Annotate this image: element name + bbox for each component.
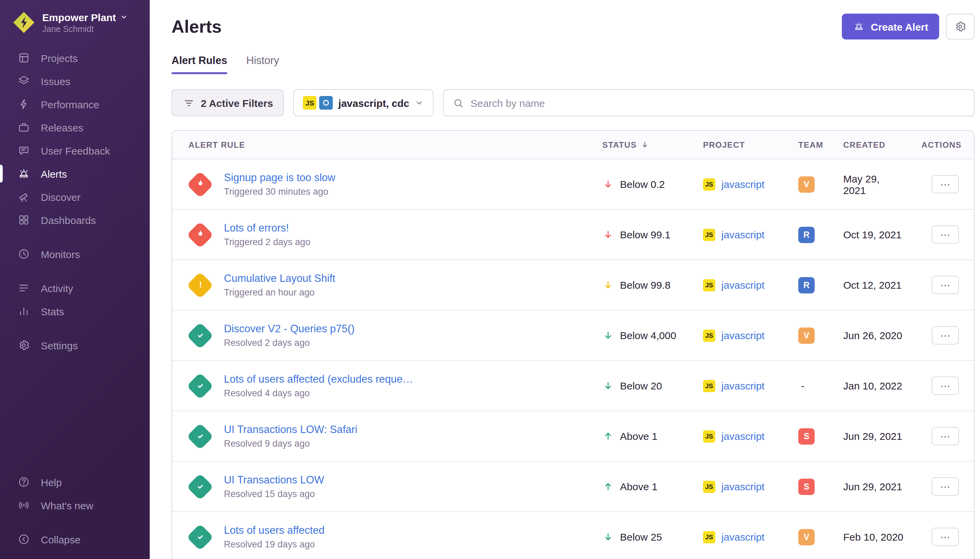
sidebar-item-monitors[interactable]: Monitors [0,242,150,266]
sidebar-item-dashboards[interactable]: Dashboards [0,208,150,232]
arrow-down-icon [602,179,614,190]
project-selector[interactable]: JS javascript, cdc [293,89,434,116]
row-actions-button[interactable]: ⋯ [932,477,959,496]
row-actions-button[interactable]: ⋯ [932,427,959,445]
alert-rule-subtitle: Resolved 15 days ago [224,489,324,499]
column-header-actions[interactable]: Actions [916,140,974,149]
main-content: Alerts Create Alert Alert RulesHistory 2… [150,0,980,559]
sort-descending-icon [640,140,649,149]
column-header-team[interactable]: Team [787,140,832,149]
sidebar-item-discover[interactable]: Discover [0,185,150,208]
settings-button[interactable] [946,13,975,40]
project-link[interactable]: javascript [721,229,765,240]
sidebar-item-stats[interactable]: Stats [0,299,150,323]
org-switcher[interactable]: Empower Plant Jane Schmidt [0,0,150,42]
alert-rule-subtitle: Resolved 19 days ago [224,539,325,549]
sidebar-item-what-s-new[interactable]: What's new [0,494,150,517]
create-alert-label: Create Alert [871,21,928,32]
alert-rule-link[interactable]: Lots of users affected (excludes reque… [224,373,413,385]
alert-rule-link[interactable]: Lots of errors! [224,222,310,234]
row-actions-button[interactable]: ⋯ [932,326,959,344]
sidebar-item-projects[interactable]: Projects [0,46,150,69]
sidebar-item-issues[interactable]: Issues [0,69,150,93]
sidebar-item-activity[interactable]: Activity [0,276,150,299]
alert-rule-link[interactable]: Discover V2 - Queries p75() [224,323,355,335]
javascript-project-icon: JS [703,329,715,341]
project-link[interactable]: javascript [721,179,765,190]
alert-rule-link[interactable]: Signup page is too slow [224,172,335,184]
resolved-check-icon [187,322,213,348]
team-avatar: V [798,327,815,344]
project-link[interactable]: javascript [721,430,765,442]
sidebar-nav: ProjectsIssuesPerformanceReleasesUser Fe… [0,46,150,357]
column-header-label: Actions [921,140,962,149]
tab-alert-rules[interactable]: Alert Rules [172,55,227,74]
alert-rule-link[interactable]: UI Transactions LOW: Safari [224,423,357,436]
performance-icon [18,98,30,110]
resolved-check-icon [187,373,213,399]
tab-history[interactable]: History [246,55,279,74]
search-icon [453,97,464,109]
row-actions-button[interactable]: ⋯ [932,377,959,395]
status-value: Below 4,000 [620,329,676,341]
javascript-project-icon: JS [703,279,715,291]
org-logo-icon [12,11,35,34]
created-date: Jun 26, 2020 [832,329,916,341]
row-actions-button[interactable]: ⋯ [932,175,959,194]
column-header-project[interactable]: Project [692,140,787,149]
sidebar-item-label: Stats [41,305,64,317]
active-filters-button[interactable]: 2 Active Filters [172,89,284,116]
row-actions-button[interactable]: ⋯ [932,528,959,546]
arrow-down-icon [602,279,614,291]
alert-rule-link[interactable]: Lots of users affected [224,524,325,536]
column-header-status[interactable]: Status [591,140,692,149]
column-header-label: Alert Rule [188,140,245,149]
created-date: Jun 29, 2021 [832,430,916,442]
javascript-project-icon: JS [703,380,715,392]
sidebar-item-label: Dashboards [41,214,96,226]
table-row: Signup page is too slowTriggered 30 minu… [172,159,974,210]
user-feedback-icon [18,144,30,157]
sidebar-item-help[interactable]: Help [0,470,150,494]
team-empty: - [798,380,804,391]
column-header-alert-rule[interactable]: Alert Rule [172,140,591,149]
sidebar-item-alerts[interactable]: Alerts [0,162,150,185]
alert-rule-link[interactable]: Cumulative Layout Shift [224,272,335,284]
arrow-down-icon [602,229,614,240]
create-alert-button[interactable]: Create Alert [841,13,939,40]
alerts-icon [18,167,30,180]
search-input[interactable] [470,97,965,109]
project-link[interactable]: javascript [721,481,765,492]
sidebar-item-user-feedback[interactable]: User Feedback [0,139,150,162]
active-filters-label: 2 Active Filters [201,97,273,109]
table-row: UI Transactions LOW: SafariResolved 9 da… [172,411,974,461]
filter-icon [182,97,195,109]
project-link[interactable]: javascript [721,380,765,392]
sidebar-item-collapse[interactable]: Collapse [0,528,150,551]
siren-icon [852,20,865,33]
javascript-project-icon: JS [703,430,715,442]
sidebar-item-label: What's new [41,499,93,511]
project-link[interactable]: javascript [721,531,765,542]
resolved-check-icon [187,524,213,550]
sidebar-item-releases[interactable]: Releases [0,116,150,139]
column-header-created[interactable]: Created [832,140,916,149]
javascript-project-icon: JS [703,178,715,190]
row-actions-button[interactable]: ⋯ [932,225,959,244]
sidebar-item-label: Projects [41,52,78,64]
monitors-icon [18,248,30,260]
table-row: Lots of users affectedResolved 19 days a… [172,512,974,559]
alert-rule-link[interactable]: UI Transactions LOW [224,474,324,486]
javascript-project-icon: JS [703,480,715,493]
row-actions-button[interactable]: ⋯ [932,276,959,294]
sidebar-item-performance[interactable]: Performance [0,93,150,116]
project-link[interactable]: javascript [721,279,765,291]
sidebar-item-label: Activity [41,282,73,294]
created-date: Jan 10, 2022 [832,380,916,392]
alert-rule-subtitle: Triggered an hour ago [224,287,335,298]
sidebar-item-settings[interactable]: Settings [0,334,150,357]
project-link[interactable]: javascript [721,329,765,341]
activity-icon [18,282,30,294]
created-date: Feb 10, 2020 [832,531,916,542]
project-selector-label: javascript, cdc [338,97,409,109]
